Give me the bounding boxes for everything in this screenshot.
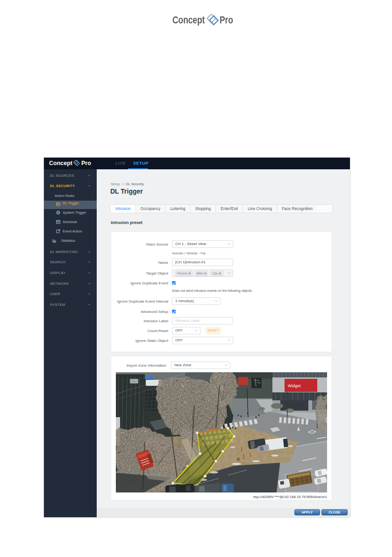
svg-text:Widget: Widget — [288, 383, 301, 388]
